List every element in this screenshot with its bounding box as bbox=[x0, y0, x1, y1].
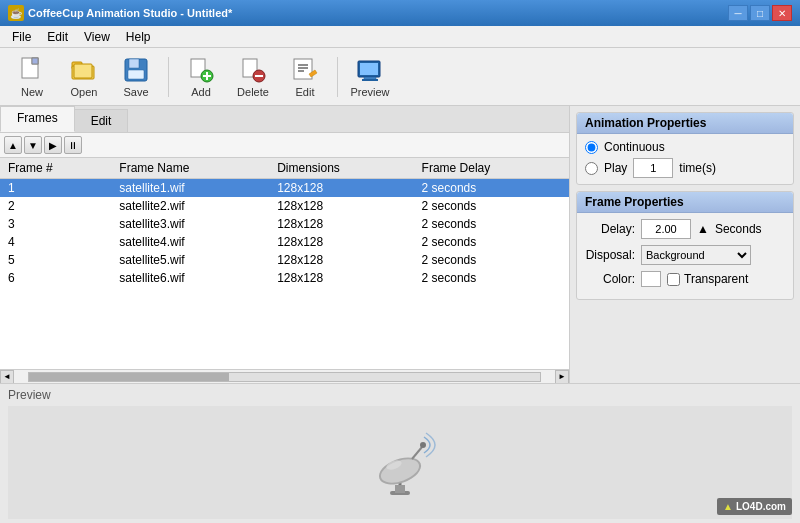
play-row: Play time(s) bbox=[585, 158, 785, 178]
cell-frame-name: satellite1.wif bbox=[111, 179, 269, 198]
minimize-button[interactable]: ─ bbox=[728, 5, 748, 21]
move-up-button[interactable]: ▲ bbox=[4, 136, 22, 154]
cell-frame-delay: 2 seconds bbox=[414, 197, 569, 215]
move-down-button[interactable]: ▼ bbox=[24, 136, 42, 154]
edit-icon bbox=[291, 56, 319, 84]
color-picker[interactable] bbox=[641, 271, 661, 287]
continuous-radio[interactable] bbox=[585, 141, 598, 154]
open-button[interactable]: Open bbox=[60, 53, 108, 101]
disposal-label: Disposal: bbox=[585, 248, 635, 262]
table-row[interactable]: 1 satellite1.wif 128x128 2 seconds bbox=[0, 179, 569, 198]
delete-label: Delete bbox=[237, 86, 269, 98]
title-bar: ☕ CoffeeCup Animation Studio - Untitled*… bbox=[0, 0, 800, 26]
delete-button[interactable]: Delete bbox=[229, 53, 277, 101]
cell-frame-delay: 2 seconds bbox=[414, 269, 569, 287]
table-row[interactable]: 6 satellite6.wif 128x128 2 seconds bbox=[0, 269, 569, 287]
menu-file[interactable]: File bbox=[4, 28, 39, 46]
menu-help[interactable]: Help bbox=[118, 28, 159, 46]
disposal-row: Disposal: Background None Restore to Bac… bbox=[585, 245, 785, 265]
scroll-thumb[interactable] bbox=[29, 373, 229, 381]
toolbar-separator-1 bbox=[168, 57, 169, 97]
scroll-track[interactable] bbox=[28, 372, 541, 382]
toolbar: New Open Save bbox=[0, 48, 800, 106]
frame-list[interactable]: Frame # Frame Name Dimensions Frame Dela… bbox=[0, 158, 569, 369]
watermark-arrow: ▲ bbox=[723, 501, 733, 512]
delay-spinner-up[interactable]: ▲ bbox=[697, 222, 709, 236]
scroll-right-arrow[interactable]: ► bbox=[555, 370, 569, 384]
add-label: Add bbox=[191, 86, 211, 98]
color-label: Color: bbox=[585, 272, 635, 286]
tab-frames[interactable]: Frames bbox=[0, 106, 75, 132]
cell-frame-delay: 2 seconds bbox=[414, 215, 569, 233]
save-icon bbox=[122, 56, 150, 84]
disposal-select[interactable]: Background None Restore to Background Re… bbox=[641, 245, 751, 265]
menu-bar: File Edit View Help bbox=[0, 26, 800, 48]
play-count-input[interactable] bbox=[633, 158, 673, 178]
svg-rect-25 bbox=[395, 485, 405, 493]
table-row[interactable]: 2 satellite2.wif 128x128 2 seconds bbox=[0, 197, 569, 215]
horizontal-scrollbar[interactable]: ◄ ► bbox=[0, 369, 569, 383]
play-radio[interactable] bbox=[585, 162, 598, 175]
play-button[interactable]: ▶ bbox=[44, 136, 62, 154]
left-panel: Frames Edit ▲ ▼ ▶ ⏸ Frame # Frame Name D… bbox=[0, 106, 570, 383]
animation-properties-content: Continuous Play time(s) bbox=[577, 134, 793, 184]
svg-rect-4 bbox=[74, 64, 92, 78]
play-label: Play bbox=[604, 161, 627, 175]
animation-properties-title: Animation Properties bbox=[577, 113, 793, 134]
cell-frame-num: 3 bbox=[0, 215, 111, 233]
edit-button[interactable]: Edit bbox=[281, 53, 329, 101]
add-button[interactable]: Add bbox=[177, 53, 225, 101]
cell-frame-name: satellite5.wif bbox=[111, 251, 269, 269]
table-row[interactable]: 4 satellite4.wif 128x128 2 seconds bbox=[0, 233, 569, 251]
transparent-row: Transparent bbox=[667, 272, 748, 286]
svg-rect-23 bbox=[362, 79, 378, 81]
add-icon bbox=[187, 56, 215, 84]
restore-button[interactable]: □ bbox=[750, 5, 770, 21]
content-area: Frames Edit ▲ ▼ ▶ ⏸ Frame # Frame Name D… bbox=[0, 106, 800, 383]
transparent-checkbox[interactable] bbox=[667, 273, 680, 286]
preview-content bbox=[8, 406, 792, 519]
right-panel: Animation Properties Continuous Play tim… bbox=[570, 106, 800, 383]
scroll-left-arrow[interactable]: ◄ bbox=[0, 370, 14, 384]
col-header-frame-num: Frame # bbox=[0, 158, 111, 179]
cell-frame-num: 6 bbox=[0, 269, 111, 287]
cell-frame-name: satellite4.wif bbox=[111, 233, 269, 251]
col-header-frame-delay: Frame Delay bbox=[414, 158, 569, 179]
cell-frame-name: satellite3.wif bbox=[111, 215, 269, 233]
save-button[interactable]: Save bbox=[112, 53, 160, 101]
svg-rect-6 bbox=[129, 59, 139, 68]
new-icon bbox=[18, 56, 46, 84]
cell-frame-delay: 2 seconds bbox=[414, 251, 569, 269]
preview-label: Preview bbox=[8, 388, 792, 402]
table-row[interactable]: 5 satellite5.wif 128x128 2 seconds bbox=[0, 251, 569, 269]
menu-view[interactable]: View bbox=[76, 28, 118, 46]
edit-label: Edit bbox=[296, 86, 315, 98]
new-button[interactable]: New bbox=[8, 53, 56, 101]
preview-area: Preview bbox=[0, 383, 800, 523]
svg-rect-15 bbox=[294, 59, 312, 79]
main-content: Frames Edit ▲ ▼ ▶ ⏸ Frame # Frame Name D… bbox=[0, 106, 800, 523]
cell-frame-num: 1 bbox=[0, 179, 111, 198]
frame-properties-content: Delay: ▲ Seconds Disposal: Background No… bbox=[577, 213, 793, 299]
continuous-label: Continuous bbox=[604, 140, 665, 154]
cell-frame-delay: 2 seconds bbox=[414, 179, 569, 198]
svg-rect-21 bbox=[360, 63, 378, 75]
close-button[interactable]: ✕ bbox=[772, 5, 792, 21]
preview-button[interactable]: Preview bbox=[346, 53, 394, 101]
seconds-label: Seconds bbox=[715, 222, 762, 236]
satellite-image bbox=[355, 418, 445, 508]
times-label: time(s) bbox=[679, 161, 716, 175]
cell-dimensions: 128x128 bbox=[269, 197, 413, 215]
delay-input[interactable] bbox=[641, 219, 691, 239]
window-controls: ─ □ ✕ bbox=[728, 5, 792, 21]
pause-button[interactable]: ⏸ bbox=[64, 136, 82, 154]
table-row[interactable]: 3 satellite3.wif 128x128 2 seconds bbox=[0, 215, 569, 233]
frame-properties-box: Frame Properties Delay: ▲ Seconds Dispos… bbox=[576, 191, 794, 300]
tab-edit[interactable]: Edit bbox=[74, 109, 129, 132]
cell-frame-name: satellite6.wif bbox=[111, 269, 269, 287]
animation-properties-box: Animation Properties Continuous Play tim… bbox=[576, 112, 794, 185]
save-label: Save bbox=[123, 86, 148, 98]
delay-label: Delay: bbox=[585, 222, 635, 236]
menu-edit[interactable]: Edit bbox=[39, 28, 76, 46]
tab-bar: Frames Edit bbox=[0, 106, 569, 133]
